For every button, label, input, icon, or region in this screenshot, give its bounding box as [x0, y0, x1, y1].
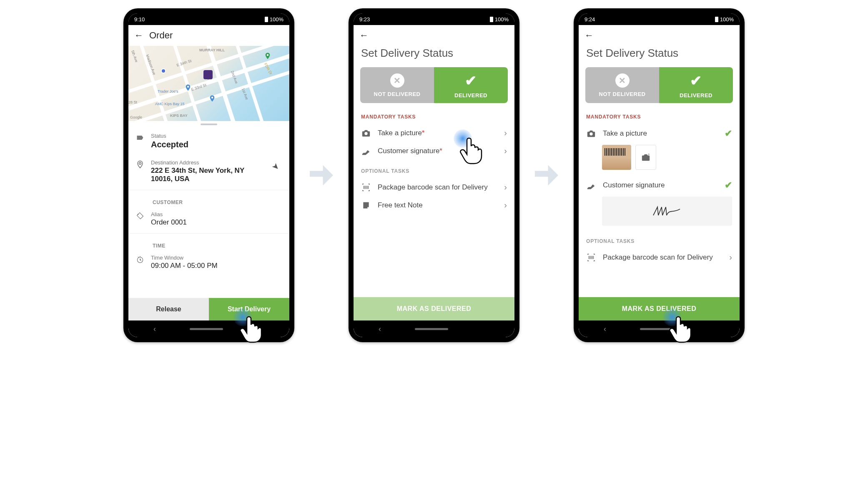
- nav-home-icon[interactable]: [190, 328, 223, 330]
- mark-delivered-button[interactable]: MARK AS DELIVERED: [579, 297, 740, 320]
- svg-point-5: [364, 132, 367, 135]
- map-pin-icon: [264, 51, 271, 61]
- timewindow-value: 09:00 AM - 05:00 PM: [151, 262, 218, 270]
- map-label: 28 St: [128, 100, 137, 104]
- nav-back-icon[interactable]: ‹: [153, 325, 156, 333]
- x-circle-icon: ✕: [390, 73, 404, 88]
- chevron-right-icon: ›: [729, 252, 732, 262]
- map-attribution: Google: [130, 115, 142, 119]
- destination-label: Destination Address: [151, 159, 267, 166]
- destination-pin-icon: [203, 70, 213, 79]
- photo-thumbnails: +: [579, 143, 740, 176]
- map-pin-icon: [184, 83, 192, 93]
- add-photo-button[interactable]: +: [635, 145, 656, 170]
- not-delivered-button[interactable]: ✕ NOT DELIVERED: [360, 67, 434, 103]
- battery-icon: [265, 17, 268, 22]
- map-label: AMC Kips Bay 15: [155, 102, 185, 106]
- barcode-icon: [586, 253, 596, 262]
- delivered-button[interactable]: ✔ DELIVERED: [659, 67, 733, 103]
- mark-delivered-button[interactable]: MARK AS DELIVERED: [354, 297, 514, 320]
- check-icon: ✔: [690, 72, 702, 89]
- release-button[interactable]: Release: [128, 298, 209, 320]
- header: ← Order: [128, 25, 289, 46]
- map-pin-icon: [208, 93, 216, 103]
- signature-preview[interactable]: [602, 197, 732, 226]
- signature-scribble-icon: [652, 205, 682, 217]
- status-value: Accepted: [151, 140, 188, 149]
- phone-order: 9:10 100% ← Order MURRAY HILL KIPS BAY: [123, 8, 294, 342]
- nav-home-icon[interactable]: [640, 328, 673, 330]
- back-icon[interactable]: ←: [585, 30, 594, 41]
- battery-pct: 100%: [495, 16, 509, 23]
- map[interactable]: MURRAY HILL KIPS BAY E 34th St E 33rd St…: [128, 46, 289, 121]
- map-label: Trader Joe's: [158, 89, 178, 93]
- note-icon: [361, 201, 371, 209]
- svg-point-0: [267, 54, 269, 56]
- task-label: Customer signature: [603, 181, 718, 189]
- android-nav-bar: ‹: [579, 320, 740, 337]
- chevron-right-icon: ›: [504, 146, 507, 156]
- timewindow-row: Time Window 09:00 AM - 05:00 PM: [128, 250, 289, 275]
- drag-handle[interactable]: [201, 124, 217, 125]
- task-label: Take a picture: [603, 129, 718, 138]
- destination-row[interactable]: Destination Address 222 E 34th St, New Y…: [128, 154, 289, 188]
- svg-point-2: [211, 97, 213, 99]
- map-label: 5th Ave: [130, 50, 139, 63]
- nav-back-icon[interactable]: ‹: [604, 325, 606, 333]
- map-label: KIPS BAY: [170, 114, 188, 118]
- chevron-right-icon: ›: [504, 128, 507, 138]
- nav-home-icon[interactable]: [415, 328, 448, 330]
- android-nav-bar: ‹: [354, 320, 514, 337]
- not-delivered-button[interactable]: ✕ NOT DELIVERED: [585, 67, 659, 103]
- task-signature[interactable]: Customer signature ✔: [579, 176, 740, 195]
- task-take-picture[interactable]: Take a picture ✔: [579, 124, 740, 143]
- phone-delivery-complete: 9:24 100% ← Set Delivery Status ✕ NOT DE…: [574, 8, 745, 342]
- status-bar: 9:10 100%: [128, 13, 289, 25]
- svg-point-1: [187, 86, 189, 88]
- task-label: Package barcode scan for Delivery: [603, 253, 722, 262]
- done-check-icon: ✔: [725, 180, 732, 191]
- start-delivery-button[interactable]: Start Delivery: [209, 298, 289, 320]
- navigate-icon[interactable]: ➤: [270, 158, 286, 174]
- destination-value: 222 E 34th St, New York, NY 10016, USA: [151, 167, 267, 183]
- tag-icon: [135, 133, 145, 142]
- task-take-picture[interactable]: Take a picture* ›: [354, 124, 514, 142]
- photo-thumbnail[interactable]: [602, 145, 631, 170]
- status-time: 9:23: [359, 16, 370, 23]
- not-delivered-label: NOT DELIVERED: [374, 91, 421, 97]
- check-icon: ✔: [465, 72, 477, 89]
- location-icon: [135, 159, 145, 169]
- page-title: Order: [149, 30, 173, 41]
- delivered-label: DELIVERED: [454, 92, 487, 98]
- svg-point-6: [590, 132, 592, 135]
- customer-section-label: CUSTOMER: [128, 192, 289, 206]
- nav-back-icon[interactable]: ‹: [379, 325, 381, 333]
- not-delivered-label: NOT DELIVERED: [599, 91, 646, 97]
- task-signature[interactable]: Customer signature* ›: [354, 142, 514, 160]
- x-circle-icon: ✕: [615, 73, 630, 88]
- alias-label: Alias: [151, 211, 187, 217]
- delivered-label: DELIVERED: [680, 92, 712, 98]
- task-note[interactable]: Free text Note ›: [354, 196, 514, 214]
- mandatory-label: MANDATORY TASKS: [579, 111, 740, 124]
- optional-label: OPTIONAL TASKS: [354, 160, 514, 178]
- signature-icon: [361, 146, 371, 156]
- android-nav-bar: ‹: [128, 320, 289, 337]
- battery-icon: [490, 17, 493, 22]
- flow-arrow-icon: [532, 161, 561, 190]
- delivered-button[interactable]: ✔ DELIVERED: [434, 67, 508, 103]
- delivery-toggle: ✕ NOT DELIVERED ✔ DELIVERED: [585, 67, 733, 103]
- status-bar: 9:23 100%: [354, 13, 514, 25]
- delivery-toggle: ✕ NOT DELIVERED ✔ DELIVERED: [360, 67, 508, 103]
- clock-icon: [135, 255, 145, 264]
- back-icon[interactable]: ←: [359, 30, 369, 41]
- status-row: Status Accepted: [128, 128, 289, 154]
- task-barcode[interactable]: Package barcode scan for Delivery ›: [354, 178, 514, 196]
- back-icon[interactable]: ←: [134, 30, 143, 41]
- time-section-label: TIME: [128, 235, 289, 250]
- task-barcode[interactable]: Package barcode scan for Delivery ›: [579, 248, 740, 266]
- svg-text:+: +: [648, 153, 650, 156]
- map-metro-icon: [161, 68, 166, 73]
- flow-arrow-icon: [307, 161, 336, 190]
- alias-row: Alias Order 0001: [128, 206, 289, 232]
